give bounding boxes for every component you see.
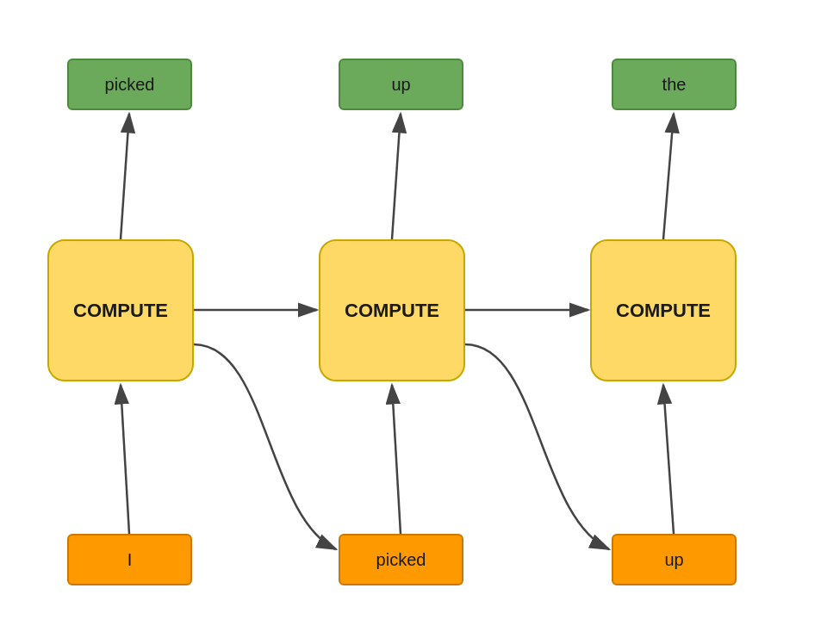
arrow-orange3-to-compute3 xyxy=(663,385,674,534)
arrow-compute1-to-green1 xyxy=(121,114,129,239)
green-box-picked: picked xyxy=(67,59,192,110)
green-box-the: the xyxy=(612,59,737,110)
arrow-compute2-to-orange3 xyxy=(465,344,609,549)
arrow-orange1-to-compute1 xyxy=(121,385,129,534)
arrow-compute2-to-green2 xyxy=(392,114,401,239)
arrow-orange2-to-compute2 xyxy=(392,385,401,534)
arrow-compute3-to-green3 xyxy=(663,114,674,239)
compute-box-1: COMPUTE xyxy=(47,239,194,381)
diagram: picked up the COMPUTE COMPUTE COMPUTE I … xyxy=(0,0,827,644)
compute-box-2: COMPUTE xyxy=(319,239,465,381)
arrow-compute1-to-orange2 xyxy=(194,344,336,549)
orange-box-I: I xyxy=(67,534,192,585)
green-box-up: up xyxy=(339,59,463,110)
orange-box-up: up xyxy=(612,534,737,585)
orange-box-picked: picked xyxy=(339,534,463,585)
compute-box-3: COMPUTE xyxy=(590,239,737,381)
